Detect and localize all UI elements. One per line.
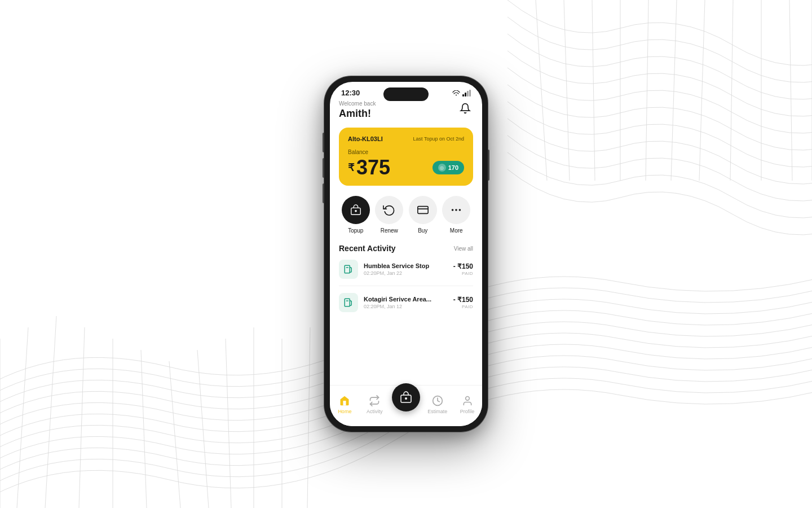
activity-info-2: Kotagiri Serivce Area... 02:20PM, Jan 12 xyxy=(364,296,448,309)
profile-nav-icon xyxy=(461,395,474,407)
balance-amount: ₹ 375 xyxy=(348,157,390,178)
buy-action-button[interactable]: Buy xyxy=(409,196,437,234)
center-topup-icon xyxy=(392,383,420,411)
activity-station-icon xyxy=(339,260,358,279)
svg-line-19 xyxy=(730,0,733,181)
topup-icon-circle xyxy=(342,196,370,224)
status-time: 12:30 xyxy=(341,89,360,97)
home-icon xyxy=(339,395,350,406)
topup-action-button[interactable]: Topup xyxy=(342,196,370,234)
rupee-symbol: ₹ xyxy=(348,161,354,174)
balance-card[interactable]: Alto-KL03LI Last Topup on Oct 2nd Balanc… xyxy=(339,128,473,186)
home-nav-label: Home xyxy=(338,409,351,414)
svg-line-13 xyxy=(564,0,570,181)
svg-point-36 xyxy=(405,397,407,400)
user-name: Amith! xyxy=(339,108,376,120)
screen-content: Welcome back Amith! Alto-KL03LI Last xyxy=(330,100,482,385)
topup-center-icon xyxy=(399,391,413,404)
buy-icon-circle xyxy=(409,196,437,224)
activity-station-icon-2 xyxy=(339,293,358,312)
activity-info: Humblea Service Stop 02:20PM, Jan 22 xyxy=(364,262,448,276)
amount-value: - ₹150 xyxy=(453,262,473,270)
balance-label: Balance xyxy=(348,149,464,155)
home-nav-icon xyxy=(338,395,351,407)
points-value: 170 xyxy=(448,164,458,171)
topup-label: Topup xyxy=(348,227,363,234)
activity-name: Humblea Service Stop xyxy=(364,262,448,269)
activity-section-header: Recent Activity View all xyxy=(339,244,473,253)
svg-line-21 xyxy=(789,0,792,181)
estimate-icon xyxy=(432,395,443,406)
activity-time-2: 02:20PM, Jan 12 xyxy=(364,304,448,309)
activity-item: Humblea Service Stop 02:20PM, Jan 22 - ₹… xyxy=(339,260,473,279)
renew-label: Renew xyxy=(381,227,398,234)
topup-icon xyxy=(350,204,362,216)
estimate-nav-icon xyxy=(431,395,444,407)
activity-nav-label: Activity xyxy=(367,409,383,414)
more-action-button[interactable]: More xyxy=(442,196,470,234)
svg-point-38 xyxy=(465,396,469,400)
welcome-text: Welcome back xyxy=(339,100,376,107)
topup-info: Last Topup on Oct 2nd xyxy=(413,136,464,142)
phone-shell: 12:30 xyxy=(324,76,488,432)
activity-name-2: Kotagiri Serivce Area... xyxy=(364,296,448,303)
signal-icon xyxy=(462,90,471,97)
svg-rect-31 xyxy=(345,265,350,273)
notification-bell-button[interactable] xyxy=(457,100,473,116)
more-label: More xyxy=(450,227,463,234)
nav-profile-button[interactable]: Profile xyxy=(455,395,480,414)
activity-divider xyxy=(339,286,473,286)
user-greeting: Welcome back Amith! xyxy=(339,100,376,120)
activity-title: Recent Activity xyxy=(339,244,396,253)
activity-list: Humblea Service Stop 02:20PM, Jan 22 - ₹… xyxy=(339,260,473,312)
nav-activity-button[interactable]: Activity xyxy=(362,395,387,414)
svg-line-8 xyxy=(226,339,231,508)
renew-action-button[interactable]: Renew xyxy=(375,196,403,234)
svg-point-25 xyxy=(355,210,357,212)
fuel-icon-2 xyxy=(343,297,354,308)
amount-status: PAID xyxy=(453,271,473,276)
renew-icon-circle xyxy=(375,196,403,224)
svg-line-17 xyxy=(671,0,677,181)
buy-label: Buy xyxy=(418,227,427,234)
vehicle-id: Alto-KL03LI xyxy=(348,135,383,142)
svg-rect-26 xyxy=(418,207,428,214)
activity-item: Kotagiri Serivce Area... 02:20PM, Jan 12… xyxy=(339,293,473,312)
balance-row: ₹ 375 ◎ 170 xyxy=(348,157,464,178)
activity-nav-icon xyxy=(368,395,381,407)
svg-line-12 xyxy=(536,0,547,181)
status-bar: 12:30 xyxy=(330,82,482,100)
activity-icon xyxy=(369,395,380,406)
svg-line-16 xyxy=(646,0,648,181)
nav-estimate-button[interactable]: Estimate xyxy=(425,395,450,414)
bottom-navigation: Home Activity xyxy=(330,385,482,426)
profile-nav-label: Profile xyxy=(460,409,475,414)
svg-line-3 xyxy=(79,327,85,508)
wifi-icon xyxy=(452,90,460,96)
nav-topup-center-button[interactable] xyxy=(392,390,420,418)
card-header: Alto-KL03LI Last Topup on Oct 2nd xyxy=(348,135,464,142)
more-icon-circle xyxy=(442,196,470,224)
svg-point-28 xyxy=(452,209,454,211)
svg-line-18 xyxy=(699,0,705,181)
phone-screen: 12:30 xyxy=(330,82,482,426)
nav-home-button[interactable]: Home xyxy=(332,395,357,414)
app-header: Welcome back Amith! xyxy=(339,100,473,120)
balance-number: 375 xyxy=(356,157,390,178)
activity-amount-2: - ₹150 PAID xyxy=(453,296,473,309)
svg-line-2 xyxy=(45,316,56,508)
estimate-nav-label: Estimate xyxy=(427,409,447,414)
more-icon xyxy=(450,204,462,216)
svg-line-1 xyxy=(17,327,28,508)
svg-line-11 xyxy=(307,327,310,508)
svg-point-30 xyxy=(459,209,461,211)
points-icon: ◎ xyxy=(438,164,446,172)
svg-point-23 xyxy=(456,94,457,95)
phone-device: 12:30 xyxy=(324,76,488,432)
svg-line-14 xyxy=(592,0,595,181)
bell-icon xyxy=(460,103,471,114)
view-all-button[interactable]: View all xyxy=(454,246,473,252)
svg-rect-33 xyxy=(345,299,350,306)
svg-line-6 xyxy=(169,361,180,508)
fuel-icon xyxy=(343,264,354,274)
